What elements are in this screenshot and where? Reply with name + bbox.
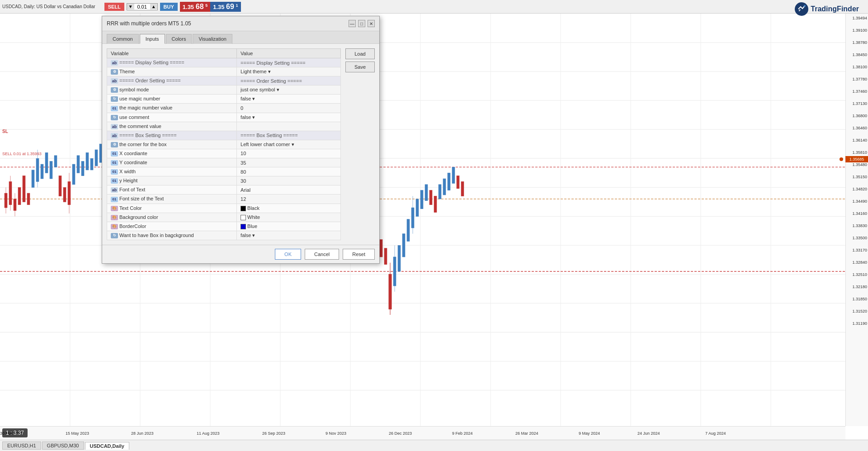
val-cell: ===== Order Setting =====: [237, 76, 341, 85]
color-icon: 🎨: [111, 215, 118, 220]
var-cell: ab===== Box Setting =====: [107, 131, 237, 140]
var-cell: ⚙symbol mode: [107, 85, 237, 95]
side-buttons: Load Save: [345, 48, 375, 240]
tab-visualization[interactable]: Visualization: [193, 34, 232, 44]
reset-button[interactable]: Reset: [343, 249, 375, 260]
maximize-button[interactable]: □: [358, 20, 365, 27]
var-cell: ↻Want to have Box in bagckground: [107, 231, 237, 240]
val-cell[interactable]: 10: [237, 149, 341, 158]
table-row: abFont of Text Arial: [107, 185, 341, 195]
tab-inputs[interactable]: Inputs: [140, 34, 165, 44]
var-cell: 01Y coordinate: [107, 158, 237, 167]
o1-icon: 01: [111, 169, 118, 175]
ab-icon: ab: [111, 78, 118, 84]
col-value: Value: [237, 49, 341, 58]
val-cell: ===== Box Setting =====: [237, 131, 341, 140]
val-cell[interactable]: Black: [237, 204, 341, 213]
text-color-swatch: [241, 206, 246, 211]
gear-icon: ⚙: [111, 87, 118, 93]
bg-color-swatch: [241, 215, 246, 220]
gear-icon: ⚙: [111, 142, 118, 147]
var-cell: ↻use comment: [107, 113, 237, 122]
var-cell: abthe comment value: [107, 122, 237, 131]
var-cell: ⚙Theme: [107, 67, 237, 76]
load-button[interactable]: Load: [345, 48, 375, 59]
color-icon: 🎨: [111, 224, 118, 229]
var-cell: ab===== Order Setting =====: [107, 76, 237, 85]
tab-common[interactable]: Common: [107, 34, 139, 44]
arrow-icon: ↻: [111, 233, 118, 238]
color-icon: 🎨: [111, 206, 118, 211]
o1-icon: 01: [111, 151, 118, 157]
table-row: abthe comment value: [107, 122, 341, 131]
save-button[interactable]: Save: [345, 62, 375, 72]
dialog-title: RRR with multiple orders MT5 1.05: [107, 20, 191, 27]
val-cell[interactable]: White: [237, 213, 341, 222]
val-cell[interactable]: 80: [237, 167, 341, 176]
val-cell[interactable]: Light theme ▾: [237, 67, 341, 76]
table-row: ab===== Display Setting ===== ===== Disp…: [107, 58, 341, 67]
dialog-tabs: Common Inputs Colors Visualization: [102, 31, 379, 44]
val-cell[interactable]: 0: [237, 104, 341, 113]
val-cell[interactable]: false ▾: [237, 231, 341, 240]
table-row: 🎨Background color White: [107, 213, 341, 222]
table-row: ↻Want to have Box in bagckground false ▾: [107, 231, 341, 240]
table-row: 01X coordiante 10: [107, 149, 341, 158]
table-row: ⚙Theme Light theme ▾: [107, 67, 341, 76]
table-row: 01Font size of the Text 12: [107, 195, 341, 204]
var-cell: 01y Height: [107, 176, 237, 185]
var-cell: 01Font size of the Text: [107, 195, 237, 204]
val-cell[interactable]: false ▾: [237, 113, 341, 122]
ab-icon: ab: [111, 187, 118, 193]
var-cell: 01X coordiante: [107, 149, 237, 158]
dialog-titlebar: RRR with multiple orders MT5 1.05 — □ ✕: [102, 16, 379, 31]
arrow-icon: ↻: [111, 96, 118, 102]
border-color-swatch: [241, 224, 246, 229]
close-button[interactable]: ✕: [368, 20, 375, 27]
ab-icon: ab: [111, 133, 118, 138]
var-cell: 🎨BorderColor: [107, 222, 237, 231]
val-cell[interactable]: just one symbol ▾: [237, 85, 341, 95]
var-cell: ab===== Display Setting =====: [107, 58, 237, 67]
table-row: 🎨Text Color Black: [107, 204, 341, 213]
minimize-button[interactable]: —: [349, 20, 356, 27]
gear-icon: ⚙: [111, 69, 118, 75]
o1-icon: 01: [111, 178, 118, 184]
val-cell[interactable]: Left lower chart corner ▾: [237, 140, 341, 149]
o1-icon: 01: [111, 106, 118, 111]
o1-icon: 01: [111, 197, 118, 202]
table-row: 01Y coordinate 35: [107, 158, 341, 167]
tab-colors[interactable]: Colors: [166, 34, 192, 44]
dialog-overlay: RRR with multiple orders MT5 1.05 — □ ✕ …: [0, 0, 868, 451]
var-cell: 🎨Background color: [107, 213, 237, 222]
arrow-icon: ↻: [111, 115, 118, 120]
val-cell[interactable]: false ▾: [237, 95, 341, 104]
table-row: 01X width 80: [107, 167, 341, 176]
var-cell: ↻use magic number: [107, 95, 237, 104]
ab-icon: ab: [111, 60, 118, 66]
val-cell[interactable]: 30: [237, 176, 341, 185]
table-row: ab===== Order Setting ===== ===== Order …: [107, 76, 341, 85]
dialog-footer: OK Cancel Reset: [102, 245, 379, 263]
table-row: ⚙the corner for the box Left lower chart…: [107, 140, 341, 149]
val-cell[interactable]: Arial: [237, 185, 341, 195]
val-cell[interactable]: Blue: [237, 222, 341, 231]
dialog-content: Variable Value ab===== Display Setting =…: [102, 44, 379, 245]
var-cell: 01the magic number value: [107, 104, 237, 113]
table-row: ↻use magic number false ▾: [107, 95, 341, 104]
ok-button[interactable]: OK: [275, 249, 301, 260]
table-row: 01the magic number value 0: [107, 104, 341, 113]
val-cell[interactable]: 12: [237, 195, 341, 204]
val-cell[interactable]: 35: [237, 158, 341, 167]
table-row: 01y Height 30: [107, 176, 341, 185]
val-cell[interactable]: [237, 122, 341, 131]
var-cell: 01X width: [107, 167, 237, 176]
cancel-button[interactable]: Cancel: [305, 249, 339, 260]
params-table: Variable Value ab===== Display Setting =…: [107, 48, 341, 240]
col-variable: Variable: [107, 49, 237, 58]
o1-icon: 01: [111, 160, 118, 166]
val-cell: ===== Display Setting =====: [237, 58, 341, 67]
ab-icon: ab: [111, 124, 118, 129]
var-cell: ⚙the corner for the box: [107, 140, 237, 149]
table-row: ⚙symbol mode just one symbol ▾: [107, 85, 341, 95]
